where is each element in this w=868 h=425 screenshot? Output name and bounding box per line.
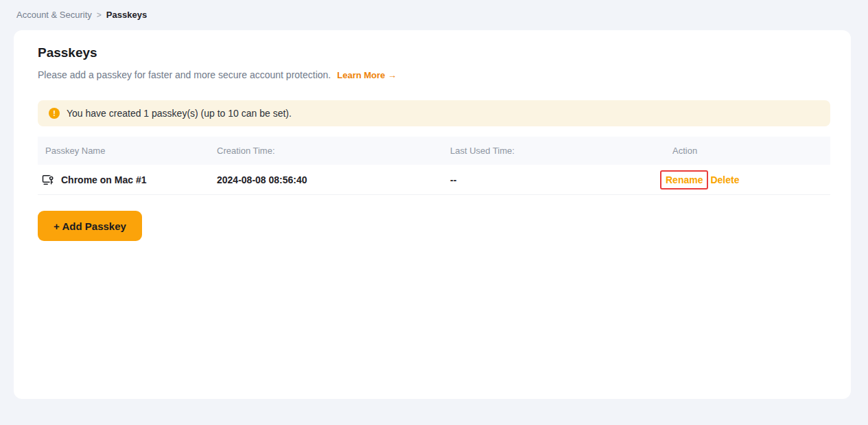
passkey-name-cell: Chrome on Mac #1 <box>38 173 209 187</box>
header-last-used-time: Last Used Time: <box>443 146 652 156</box>
passkey-count-text: You have created 1 passkey(s) (up to 10 … <box>67 108 292 119</box>
breadcrumb-separator: > <box>97 10 102 20</box>
delete-button[interactable]: Delete <box>710 174 739 185</box>
passkeys-card: Passkeys Please add a passkey for faster… <box>14 30 851 399</box>
rename-annotation-box: Rename <box>660 170 708 189</box>
arrow-right-icon: → <box>388 70 397 80</box>
passkey-count-banner: ! You have created 1 passkey(s) (up to 1… <box>38 100 830 126</box>
table-row: Chrome on Mac #1 2024-08-08 08:56:40 -- … <box>38 165 830 195</box>
action-cell: Rename Delete <box>652 170 830 189</box>
breadcrumb: Account & Security > Passkeys <box>0 0 868 20</box>
page-title: Passkeys <box>38 30 830 60</box>
page-description: Please add a passkey for faster and more… <box>38 69 331 80</box>
table-header-row: Passkey Name Creation Time: Last Used Ti… <box>38 137 830 165</box>
page-description-row: Please add a passkey for faster and more… <box>38 69 830 80</box>
breadcrumb-account-security[interactable]: Account & Security <box>16 10 92 20</box>
passkey-device-icon <box>41 173 55 187</box>
last-used-cell: -- <box>443 174 652 185</box>
header-passkey-name: Passkey Name <box>38 146 209 156</box>
passkey-name: Chrome on Mac #1 <box>61 174 146 185</box>
add-passkey-button[interactable]: + Add Passkey <box>38 211 142 241</box>
passkeys-table: Passkey Name Creation Time: Last Used Ti… <box>38 137 830 195</box>
header-action: Action <box>652 146 830 156</box>
header-creation-time: Creation Time: <box>209 146 443 156</box>
breadcrumb-passkeys: Passkeys <box>106 10 147 20</box>
learn-more-link[interactable]: Learn More → <box>337 70 397 80</box>
rename-button[interactable]: Rename <box>666 174 703 185</box>
warning-icon: ! <box>49 108 60 119</box>
creation-time-cell: 2024-08-08 08:56:40 <box>209 174 443 185</box>
learn-more-label: Learn More <box>337 70 385 80</box>
